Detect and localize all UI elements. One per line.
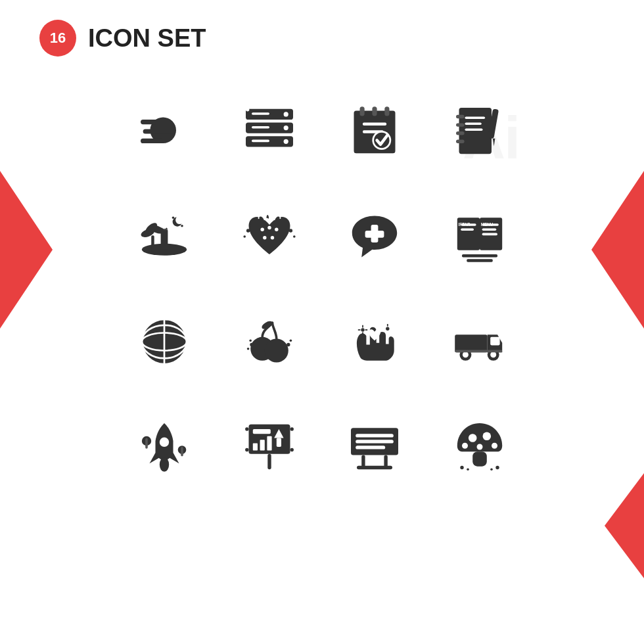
svg-rect-105	[253, 444, 258, 451]
svg-rect-61	[482, 233, 497, 236]
svg-rect-2	[143, 129, 176, 133]
svg-point-84	[386, 327, 389, 331]
svg-rect-16	[372, 106, 377, 116]
icon-checklist-task[interactable]	[322, 79, 427, 184]
svg-rect-116	[356, 446, 385, 449]
svg-point-75	[247, 348, 250, 350]
svg-rect-86	[455, 334, 488, 352]
icon-strawberry-heart[interactable]	[217, 184, 322, 289]
icon-billboard-sign[interactable]	[322, 394, 427, 499]
icon-wind-speed[interactable]	[112, 79, 217, 184]
svg-rect-29	[465, 129, 483, 131]
svg-rect-24	[456, 123, 465, 126]
svg-rect-119	[357, 466, 392, 469]
icon-globe-world[interactable]	[112, 289, 217, 394]
svg-point-77	[287, 343, 290, 346]
icon-heart-care[interactable]	[322, 289, 427, 394]
icon-island-lighthouse[interactable]	[112, 184, 217, 289]
svg-rect-26	[456, 140, 465, 143]
svg-point-128	[490, 468, 493, 471]
svg-point-110	[290, 427, 294, 430]
svg-point-89	[463, 352, 469, 357]
svg-point-93	[160, 438, 169, 447]
svg-rect-102	[253, 429, 271, 434]
decorative-left-triangle	[0, 171, 53, 329]
svg-rect-118	[384, 455, 387, 467]
icon-fruits-berries[interactable]	[217, 289, 322, 394]
svg-rect-5	[246, 108, 249, 111]
svg-rect-23	[456, 115, 465, 118]
svg-point-42	[172, 216, 175, 219]
svg-point-46	[275, 228, 278, 231]
svg-point-125	[492, 443, 497, 449]
svg-point-96	[160, 457, 169, 472]
svg-point-109	[245, 427, 248, 430]
svg-point-48	[271, 236, 274, 239]
svg-rect-28	[465, 123, 482, 126]
svg-point-129	[495, 466, 499, 469]
svg-point-127	[467, 468, 469, 471]
svg-rect-22	[459, 108, 492, 154]
svg-rect-87	[490, 337, 499, 346]
svg-rect-36	[151, 235, 154, 252]
svg-point-122	[483, 432, 492, 441]
svg-point-121	[469, 434, 477, 442]
icon-grid: IFTAR MENU	[112, 79, 532, 499]
decorative-right-bottom-triangle	[605, 473, 644, 578]
svg-rect-8	[252, 112, 269, 115]
svg-rect-92	[455, 350, 502, 353]
icon-delivery-truck[interactable]	[427, 289, 532, 394]
svg-point-49	[246, 229, 250, 232]
svg-rect-27	[465, 117, 486, 120]
svg-point-11	[284, 112, 288, 116]
icon-server-database[interactable]	[217, 79, 322, 184]
icon-notebook-pen[interactable]	[427, 79, 532, 184]
svg-point-91	[490, 352, 496, 357]
svg-rect-15	[360, 106, 365, 116]
svg-rect-98	[145, 438, 148, 449]
svg-point-12	[284, 126, 288, 130]
svg-point-43	[181, 225, 183, 227]
svg-point-123	[477, 444, 483, 450]
svg-point-13	[284, 139, 288, 144]
svg-rect-10	[252, 140, 269, 143]
svg-rect-100	[181, 447, 183, 456]
svg-rect-65	[467, 259, 493, 262]
icon-chat-add[interactable]	[322, 184, 427, 289]
svg-rect-108	[267, 454, 271, 469]
svg-rect-115	[356, 440, 394, 443]
svg-point-78	[290, 339, 292, 342]
svg-rect-58	[461, 228, 474, 231]
page-header: 16 ICON SET	[39, 20, 206, 57]
svg-point-72	[265, 339, 288, 363]
svg-point-51	[289, 229, 292, 232]
svg-point-79	[361, 328, 364, 331]
svg-point-111	[245, 448, 248, 451]
svg-rect-104	[277, 438, 281, 448]
svg-rect-64	[462, 254, 497, 258]
badge-number: 16	[50, 30, 66, 47]
svg-rect-120	[472, 451, 487, 467]
svg-text:IFTAR: IFTAR	[459, 222, 471, 227]
svg-marker-31	[493, 139, 495, 147]
svg-point-74	[250, 343, 253, 346]
svg-point-50	[243, 235, 246, 238]
svg-point-35	[162, 223, 168, 229]
svg-rect-107	[267, 436, 271, 451]
svg-point-126	[460, 466, 463, 469]
page-title: ICON SET	[88, 24, 206, 53]
icon-mushroom[interactable]	[427, 394, 532, 499]
svg-point-76	[249, 339, 252, 342]
svg-point-45	[267, 226, 271, 229]
icon-buy-chart[interactable]	[217, 394, 322, 499]
svg-text:MENU: MENU	[481, 222, 494, 227]
icon-count-badge: 16	[39, 20, 76, 57]
svg-rect-9	[252, 126, 269, 129]
svg-rect-25	[456, 131, 465, 135]
svg-rect-54	[365, 231, 384, 238]
svg-point-52	[293, 235, 296, 238]
svg-rect-106	[260, 440, 265, 450]
icon-rocket-candy[interactable]	[112, 394, 217, 499]
icon-iftar-menu[interactable]: IFTAR MENU	[427, 184, 532, 289]
svg-rect-3	[141, 139, 164, 143]
